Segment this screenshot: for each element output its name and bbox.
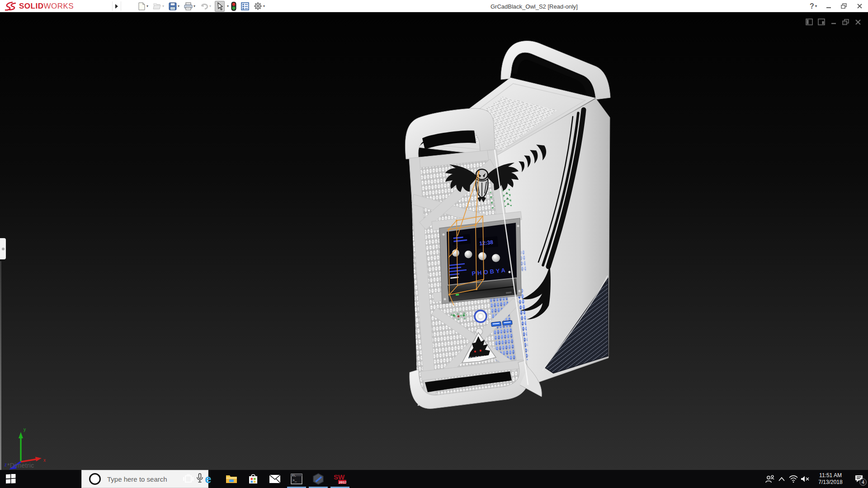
window-controls: ?▾	[807, 0, 865, 12]
windows-taskbar: Type here to search	[0, 470, 868, 488]
solidworks-logo: SOLIDWORKS	[4, 1, 74, 11]
open-button[interactable]: ▾	[152, 2, 165, 11]
panel-tab-grip-icon	[2, 248, 5, 250]
cad-model-pc-case[interactable]: 12:38 PHOBYA	[398, 27, 624, 425]
display-pane-icon[interactable]	[817, 18, 825, 26]
feature-pane-icon[interactable]	[805, 18, 813, 26]
controller-knob[interactable]	[478, 252, 486, 260]
file-properties-icon	[241, 2, 249, 10]
axis-z-label: z	[5, 462, 7, 467]
rebuild-button[interactable]	[230, 1, 237, 12]
fan-controller[interactable]: 12:38 PHOBYA	[439, 218, 521, 304]
clock-time: 11:51 AM	[814, 472, 847, 479]
new-document-button[interactable]: ▾	[137, 1, 149, 11]
solidworks-2017-icon: SW 2017	[334, 473, 346, 485]
select-button[interactable]	[215, 1, 225, 12]
flyout-triangle-icon	[115, 4, 118, 9]
taskbar-apps: e	[177, 470, 351, 488]
close-button[interactable]	[854, 1, 865, 11]
select-cursor-icon	[216, 2, 223, 10]
doc-minimize-icon[interactable]	[830, 18, 837, 26]
solidworks-logo-icon	[4, 1, 17, 11]
svg-text:2017: 2017	[339, 480, 347, 484]
svg-text:SW: SW	[334, 473, 345, 481]
save-button[interactable]: ▾	[168, 1, 180, 11]
wifi-icon[interactable]	[788, 470, 799, 488]
options-caret-icon[interactable]: ▾	[263, 4, 265, 8]
document-title: GrCadBlack_Owl_S2 [Read-only]	[491, 3, 578, 10]
axis-x-label: x	[43, 458, 46, 463]
minimize-icon	[826, 4, 831, 9]
help-button[interactable]: ?▾	[807, 1, 819, 11]
action-center-button[interactable]: 4	[850, 470, 868, 488]
help-caret-icon[interactable]: ▾	[815, 4, 817, 8]
people-icon[interactable]	[764, 470, 776, 488]
minimize-button[interactable]	[823, 1, 835, 11]
file-explorer-button[interactable]	[221, 470, 242, 488]
axis-y-label: y	[24, 427, 26, 432]
undo-button[interactable]: ▾	[199, 2, 212, 11]
notification-badge: 4	[859, 479, 867, 486]
graphics-viewport[interactable]: 12:38 PHOBYA	[0, 13, 868, 470]
svg-text:e: e	[205, 473, 211, 485]
toolbar-flyout-arrow[interactable]	[112, 1, 121, 11]
task-view-icon	[183, 474, 193, 484]
command-prompt-button[interactable]: C:\_ >_	[286, 470, 307, 488]
command-prompt-icon: C:\_ >_	[291, 474, 302, 484]
undo-caret-icon[interactable]: ▾	[209, 4, 211, 8]
visualize-button[interactable]	[307, 470, 329, 488]
view-orientation-label: *Dimetric	[7, 462, 34, 469]
mail-icon	[269, 474, 281, 483]
svg-text:C:\_: C:\_	[292, 474, 296, 477]
hidden-icons-chevron[interactable]	[776, 470, 788, 488]
cortana-icon[interactable]	[89, 473, 101, 485]
system-tray: 11:51 AM 7/13/2018 4	[764, 470, 868, 488]
print-icon	[184, 2, 193, 10]
new-caret-icon[interactable]: ▾	[146, 4, 148, 8]
save-icon	[169, 2, 177, 10]
edge-icon: e	[204, 473, 216, 485]
doc-close-icon[interactable]	[854, 18, 862, 26]
panel-edge-highlight	[0, 261, 1, 470]
restore-icon	[841, 3, 847, 9]
options-button[interactable]: ▾	[253, 1, 266, 11]
solidworks-2017-button[interactable]: SW 2017	[329, 470, 351, 488]
task-view-button[interactable]	[177, 470, 199, 488]
store-icon	[248, 474, 259, 484]
brand-solid: SOLID	[19, 2, 43, 10]
taskbar-clock[interactable]: 11:51 AM 7/13/2018	[814, 472, 847, 486]
new-document-icon	[138, 2, 146, 10]
controller-knob[interactable]	[492, 254, 500, 262]
print-button[interactable]: ▾	[183, 1, 196, 11]
open-caret-icon[interactable]: ▾	[162, 4, 164, 8]
controller-knob[interactable]	[452, 249, 459, 257]
brand-works: WORKS	[43, 2, 74, 10]
close-icon	[857, 3, 863, 9]
mail-button[interactable]	[264, 470, 286, 488]
file-explorer-icon	[226, 474, 237, 484]
open-icon	[153, 3, 161, 10]
svg-text:>_: >_	[292, 478, 297, 482]
print-caret-icon[interactable]: ▾	[193, 4, 195, 8]
start-button[interactable]	[0, 470, 22, 488]
rebuild-traffic-light-icon	[231, 2, 236, 11]
file-properties-button[interactable]	[240, 1, 250, 11]
quick-access-toolbar: ▾ ▾ ▾	[136, 1, 267, 11]
store-button[interactable]	[242, 470, 264, 488]
eject-button[interactable]	[505, 291, 512, 294]
collapsed-panel-tab[interactable]	[0, 238, 6, 259]
options-gear-icon	[254, 2, 262, 10]
solidworks-window: SOLIDWORKS ▾ ▾	[0, 0, 868, 488]
controller-knob[interactable]	[465, 251, 472, 258]
volume-muted-icon[interactable]	[799, 470, 811, 488]
doc-restore-icon[interactable]	[842, 18, 849, 26]
select-caret-icon[interactable]: ▾	[227, 4, 229, 8]
visualize-hexagon-icon	[312, 473, 324, 485]
edge-button[interactable]: e	[199, 470, 221, 488]
clock-date: 7/13/2018	[814, 479, 847, 486]
document-window-controls	[805, 18, 862, 26]
save-caret-icon[interactable]: ▾	[178, 4, 179, 8]
titlebar: SOLIDWORKS ▾ ▾	[0, 0, 868, 12]
undo-icon	[200, 3, 208, 10]
restore-button[interactable]	[838, 1, 850, 11]
